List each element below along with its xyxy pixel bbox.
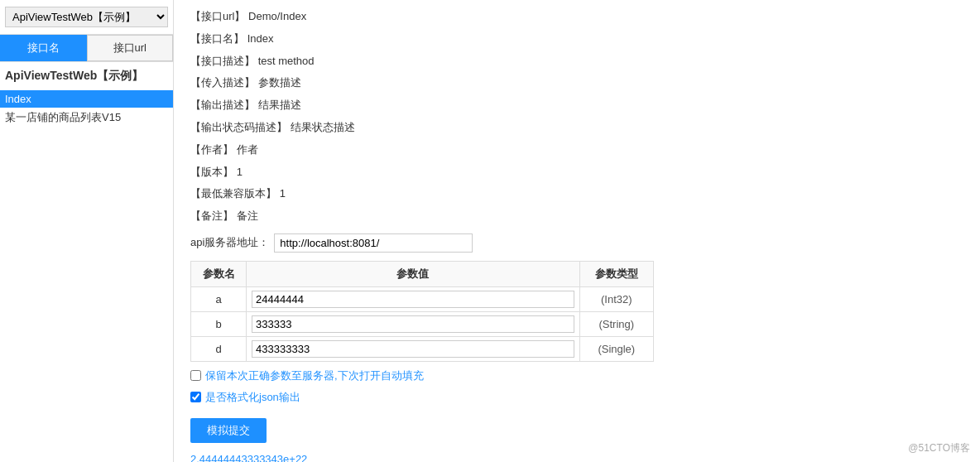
table-row: a(Int32): [191, 286, 654, 311]
watermark: @51CTO博客: [908, 441, 970, 455]
min-version-label: 【最低兼容版本】: [190, 187, 276, 200]
param-type-cell: (String): [579, 311, 653, 336]
param-value-input[interactable]: [252, 291, 574, 308]
input-line: 【传入描述】 参数描述: [190, 75, 963, 92]
status-label: 【输出状态码描述】: [190, 121, 287, 133]
desc-label: 【接口描述】: [190, 55, 255, 67]
params-table: 参数名 参数值 参数类型 a(Int32)b(String)d(Single): [190, 261, 654, 362]
name-value: Index: [247, 32, 274, 45]
desc-value: test method: [258, 55, 315, 67]
param-type-cell: (Single): [579, 336, 653, 361]
checkbox-json-label: 是否格式化json输出: [205, 390, 300, 405]
input-value: 参数描述: [258, 76, 301, 89]
note-value: 备注: [237, 209, 258, 222]
version-line: 【版本】 1: [190, 164, 963, 181]
param-value-input[interactable]: [252, 340, 574, 358]
url-label: 【接口url】: [190, 10, 245, 22]
min-version-value: 1: [280, 187, 286, 200]
version-label: 【版本】: [190, 166, 233, 178]
checkbox-json[interactable]: [190, 392, 201, 402]
tab-interface-url[interactable]: 接口url: [87, 35, 174, 61]
main-content: 【接口url】 Demo/Index 【接口名】 Index 【接口描述】 te…: [174, 0, 980, 462]
server-label: api服务器地址：: [190, 235, 269, 250]
param-name-cell: b: [191, 311, 247, 336]
status-value: 结果状态描述: [291, 121, 355, 133]
sidebar-header: ApiViewTestWeb【示例】: [0, 0, 173, 35]
server-row: api服务器地址：: [190, 233, 963, 253]
desc-line: 【接口描述】 test method: [190, 53, 963, 70]
sidebar-item-index[interactable]: Index: [0, 90, 173, 108]
col-param-value: 参数值: [247, 261, 579, 286]
name-line: 【接口名】 Index: [190, 31, 963, 48]
checkbox-save-label: 保留本次正确参数至服务器,下次打开自动填充: [205, 368, 424, 383]
author-label: 【作者】: [190, 143, 233, 156]
col-param-name: 参数名: [191, 261, 247, 286]
note-label: 【备注】: [190, 209, 233, 222]
table-row: d(Single): [191, 336, 654, 361]
output-line: 【输出描述】 结果描述: [190, 97, 963, 114]
version-value: 1: [237, 166, 243, 178]
checkbox-json-row: 是否格式化json输出: [190, 390, 963, 405]
submit-button[interactable]: 模拟提交: [190, 418, 267, 443]
sidebar-tabs: 接口名 接口url: [0, 35, 173, 62]
author-line: 【作者】 作者: [190, 142, 963, 159]
param-name-cell: d: [191, 336, 247, 361]
input-label: 【传入描述】: [190, 76, 255, 89]
checkbox-save[interactable]: [190, 370, 201, 381]
tab-interface-name[interactable]: 接口名: [0, 35, 87, 61]
status-line: 【输出状态码描述】 结果状态描述: [190, 119, 963, 137]
sidebar-app-title: ApiViewTestWeb【示例】: [0, 62, 173, 90]
param-value-cell: [247, 311, 579, 336]
param-value-input[interactable]: [252, 315, 574, 333]
output-value: 结果描述: [258, 99, 301, 111]
name-label: 【接口名】: [190, 32, 244, 45]
url-line: 【接口url】 Demo/Index: [190, 8, 963, 26]
checkbox-save-row: 保留本次正确参数至服务器,下次打开自动填充: [190, 368, 963, 383]
table-row: b(String): [191, 311, 654, 336]
min-version-line: 【最低兼容版本】 1: [190, 185, 963, 203]
result-text: 2.44444443333343e+22: [190, 453, 963, 462]
author-value: 作者: [237, 143, 258, 156]
sidebar-item-product-list[interactable]: 某一店铺的商品列表V15: [0, 108, 173, 128]
url-value: Demo/Index: [248, 10, 306, 22]
app-select[interactable]: ApiViewTestWeb【示例】: [5, 7, 168, 27]
sidebar: ApiViewTestWeb【示例】 接口名 接口url ApiViewTest…: [0, 0, 174, 462]
output-label: 【输出描述】: [190, 99, 255, 111]
param-type-cell: (Int32): [579, 286, 653, 311]
param-value-cell: [247, 336, 579, 361]
param-value-cell: [247, 286, 579, 311]
param-name-cell: a: [191, 286, 247, 311]
note-line: 【备注】 备注: [190, 208, 963, 225]
col-param-type: 参数类型: [579, 261, 653, 286]
server-input[interactable]: [274, 233, 473, 253]
